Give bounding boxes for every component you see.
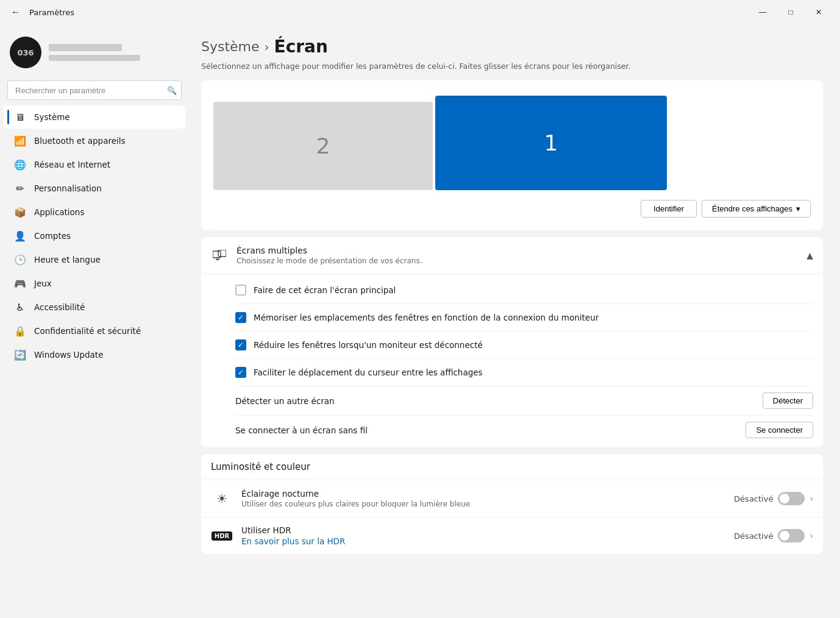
breadcrumb-separator: ›: [265, 40, 269, 54]
sidebar-item-comptes[interactable]: 👤 Comptes: [4, 224, 185, 247]
ecrans-multiples-panel: Écrans multiples Choisissez le mode de p…: [201, 237, 823, 447]
sidebar-item-bluetooth[interactable]: 📶 Bluetooth et appareils: [4, 129, 185, 152]
search-box: 🔍: [7, 80, 182, 100]
ecrans-multiples-icon: [211, 247, 228, 264]
setting-label-reduire: Réduire les fenêtres lorsqu'un moniteur …: [254, 340, 813, 350]
sidebar-item-systeme[interactable]: 🖥 Système: [4, 105, 185, 129]
eclairage-subtitle: Utiliser des couleurs plus claires pour …: [241, 500, 725, 508]
sidebar-item-label: Comptes: [34, 231, 71, 241]
sidebar-item-label: Heure et langue: [34, 255, 101, 265]
ecrans-multiples-body: Faire de cet écran l'écran principal Mém…: [201, 274, 823, 447]
detect-label: Détecter un autre écran: [235, 396, 755, 406]
sidebar-item-label: Système: [34, 112, 70, 122]
user-section: 036: [0, 29, 189, 78]
checkbox-memoriser[interactable]: [235, 312, 246, 323]
sidebar-item-label: Réseau et Internet: [34, 160, 110, 169]
sidebar-item-applications[interactable]: 📦 Applications: [4, 201, 185, 224]
comptes-icon: 👤: [13, 229, 27, 243]
minimize-button[interactable]: —: [749, 2, 777, 22]
window: ← Paramètres — □ ✕ 036 🔍: [0, 0, 840, 618]
titlebar: ← Paramètres — □ ✕: [0, 0, 840, 24]
eclairage-toggle[interactable]: [778, 492, 805, 505]
ecrans-multiples-subtitle: Choisissez le mode de présentation de vo…: [237, 257, 798, 265]
sidebar-item-confidentialite[interactable]: 🔒 Confidentialité et sécurité: [4, 319, 185, 343]
hdr-subtitle: En savoir plus sur la HDR: [241, 536, 725, 546]
sidebar-item-windows-update[interactable]: 🔄 Windows Update: [4, 343, 185, 366]
search-input[interactable]: [7, 80, 182, 100]
sidebar-nav: 🖥 Système 📶 Bluetooth et appareils 🌐 Rés…: [0, 105, 189, 367]
breadcrumb-parent: Système: [201, 39, 260, 54]
sidebar-item-label: Jeux: [34, 279, 52, 288]
breadcrumb: Système › Écran: [201, 37, 823, 57]
hdr-chevron-icon: ›: [810, 531, 813, 541]
eclairage-status: Désactivé: [734, 494, 773, 503]
sidebar-item-label: Applications: [34, 207, 84, 217]
app-content: 036 🔍 🖥 Système 📶 Bl: [0, 24, 840, 618]
setting-row-detect: Détecter un autre écran Détecter: [201, 386, 823, 415]
search-icon: 🔍: [167, 86, 177, 95]
accessibilite-icon: ♿: [13, 300, 27, 314]
back-button[interactable]: ←: [7, 4, 24, 21]
checkbox-reduire[interactable]: [235, 339, 246, 350]
setting-row-reduire: Réduire les fenêtres lorsqu'un moniteur …: [201, 332, 823, 358]
user-name: [49, 44, 122, 51]
user-info: [49, 44, 140, 61]
hdr-badge: HDR: [212, 531, 232, 541]
sidebar-item-accessibilite[interactable]: ♿ Accessibilité: [4, 296, 185, 319]
setting-row-connect: Se connecter à un écran sans fil Se conn…: [201, 416, 823, 444]
personnalisation-icon: ✏️: [13, 182, 27, 195]
sidebar-item-reseau[interactable]: 🌐 Réseau et Internet: [4, 153, 185, 176]
sidebar-item-label: Bluetooth et appareils: [34, 136, 126, 146]
sidebar-item-label: Windows Update: [34, 350, 103, 360]
extend-button[interactable]: Étendre ces affichages ▾: [702, 200, 811, 218]
window-controls: — □ ✕: [749, 2, 833, 22]
extend-chevron-icon: ▾: [796, 204, 800, 213]
heure-icon: 🕒: [13, 253, 27, 266]
sidebar-item-heure[interactable]: 🕒 Heure et langue: [4, 248, 185, 271]
close-button[interactable]: ✕: [805, 2, 833, 22]
setting-row-principal: Faire de cet écran l'écran principal: [201, 277, 823, 304]
sidebar-item-label: Accessibilité: [34, 302, 85, 312]
ecrans-multiples-chevron: ▲: [806, 250, 813, 260]
sidebar-item-jeux[interactable]: 🎮 Jeux: [4, 272, 185, 295]
sidebar-item-label: Confidentialité et sécurité: [34, 326, 141, 336]
monitors-actions: Identifier Étendre ces affichages ▾: [213, 200, 811, 218]
monitor-2[interactable]: 2: [213, 102, 433, 190]
connect-button[interactable]: Se connecter: [746, 422, 813, 438]
windows-update-icon: 🔄: [13, 348, 27, 361]
confidentialite-icon: 🔒: [13, 324, 27, 338]
jeux-icon: 🎮: [13, 277, 27, 290]
hdr-badge-wrap: HDR: [211, 525, 233, 547]
setting-label-principal: Faire de cet écran l'écran principal: [254, 285, 813, 295]
setting-label-faciliter: Faciliter le déplacement du curseur entr…: [254, 368, 813, 377]
window-title: Paramètres: [29, 8, 74, 17]
main-content: Système › Écran Sélectionnez un affichag…: [189, 24, 840, 618]
checkbox-principal[interactable]: [235, 285, 246, 296]
reseau-icon: 🌐: [13, 158, 27, 171]
breadcrumb-current: Écran: [274, 37, 328, 57]
monitors-preview: 2 1: [213, 93, 811, 190]
hdr-link[interactable]: En savoir plus sur la HDR: [241, 536, 345, 546]
ecrans-multiples-title: Écrans multiples: [237, 246, 798, 255]
hdr-status: Désactivé: [734, 531, 773, 541]
sidebar-item-personnalisation[interactable]: ✏️ Personnalisation: [4, 177, 185, 200]
monitors-panel: 2 1 Identifier Étendre ces affichages ▾: [201, 80, 823, 230]
eclairage-icon: ☀️: [211, 488, 233, 510]
sidebar: 036 🔍 🖥 Système 📶 Bl: [0, 24, 189, 618]
page-subtitle: Sélectionnez un affichage pour modifier …: [201, 62, 823, 71]
detect-button[interactable]: Détecter: [763, 392, 813, 409]
identify-button[interactable]: Identifier: [641, 200, 697, 218]
hdr-toggle[interactable]: [778, 529, 805, 542]
systeme-icon: 🖥: [13, 110, 27, 124]
eclairage-nocturne-row: ☀️ Éclairage nocturne Utiliser des coule…: [201, 480, 823, 517]
avatar: 036: [10, 37, 41, 68]
sidebar-item-label: Personnalisation: [34, 183, 102, 193]
hdr-title: Utiliser HDR: [241, 525, 725, 535]
ecrans-multiples-header[interactable]: Écrans multiples Choisissez le mode de p…: [201, 237, 823, 274]
applications-icon: 📦: [13, 205, 27, 219]
luminosite-section: Luminosité et couleur ☀️ Éclairage noctu…: [201, 454, 823, 554]
checkbox-faciliter[interactable]: [235, 367, 246, 378]
monitor-1[interactable]: 1: [435, 96, 667, 190]
maximize-button[interactable]: □: [777, 2, 805, 22]
luminosite-title: Luminosité et couleur: [201, 454, 823, 480]
